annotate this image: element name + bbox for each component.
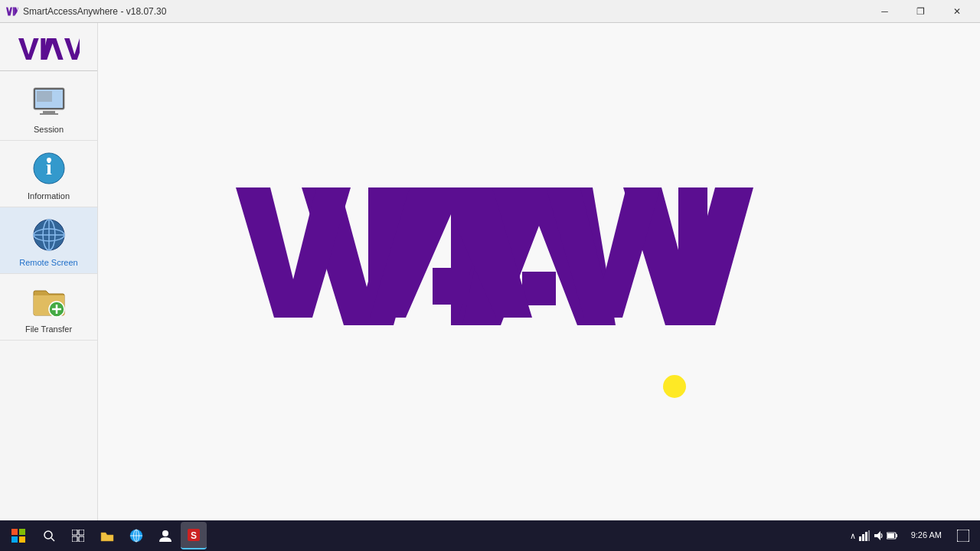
title-bar-text: SmartAccessAnywhere - v18.07.30 [23,6,166,17]
svg-text:S: S [191,530,197,541]
svg-marker-3 [18,38,39,60]
main-window: Session i Information [0,23,980,520]
svg-rect-63 [896,534,897,537]
information-icon: i [31,150,67,187]
systray-chevron[interactable]: ∧ [850,531,856,541]
cursor-dot [663,375,686,398]
svg-rect-42 [11,536,18,543]
start-button[interactable] [3,520,34,551]
windows-icon [11,529,25,543]
svg-rect-1 [13,7,15,15]
close-button[interactable]: ✕ [939,0,974,23]
svg-rect-59 [865,532,867,541]
taskbar-person-button[interactable] [152,522,179,549]
title-bar: SmartAccessAnywhere - v18.07.30 ─ ❐ ✕ [0,0,980,23]
network-icon [859,530,870,541]
svg-marker-61 [874,531,880,540]
session-icon [31,83,67,120]
svg-rect-36 [433,268,469,305]
sidebar-file-transfer-label: File Transfer [25,324,72,334]
remote-screen-icon [31,217,67,253]
person-icon [158,529,172,543]
svg-rect-10 [37,91,52,102]
svg-marker-6 [64,38,80,60]
task-view-icon [72,530,84,542]
svg-rect-57 [859,536,861,541]
svg-marker-32 [236,187,351,318]
taskbar-time-display: 9:26 AM [911,530,942,541]
taskbar-notifications-button[interactable] [949,522,977,549]
systray: ∧ [844,530,903,541]
sidebar-logo-area [0,31,97,67]
sidebar: Session i Information [0,23,98,520]
taskbar: S ∧ 9:26 AM [0,520,980,551]
browser-icon [129,529,143,543]
svg-rect-39 [678,187,707,217]
sidebar-remote-screen-label: Remote Screen [19,258,77,267]
task-view-button[interactable] [64,522,92,549]
svg-rect-41 [19,529,25,535]
svg-rect-60 [868,530,870,541]
sidebar-session-label: Session [34,125,64,134]
taskbar-explorer-button[interactable] [93,522,121,549]
minimize-button[interactable]: ─ [867,0,902,23]
smartaccess-taskbar-icon: S [187,528,201,542]
svg-rect-64 [887,533,894,538]
svg-rect-43 [19,536,25,543]
svg-rect-34 [368,187,397,217]
sidebar-top-divider [0,70,97,71]
svg-rect-58 [862,534,864,541]
svg-rect-12 [40,113,58,115]
svg-point-44 [44,531,52,539]
taskbar-smartaccess-app[interactable]: S [181,522,207,549]
svg-rect-48 [72,536,77,542]
svg-rect-47 [79,530,84,535]
battery-icon [887,530,897,541]
svg-rect-40 [11,529,18,535]
svg-line-45 [51,538,54,541]
svg-point-15 [47,158,51,162]
sidebar-information-label: Information [28,191,70,201]
file-transfer-icon [31,283,67,320]
explorer-icon [100,529,114,543]
svg-rect-11 [43,111,55,113]
notifications-icon [957,530,969,542]
svg-marker-2 [15,7,18,15]
viavi-logo [18,38,80,60]
taskbar-search-button[interactable] [35,522,63,549]
search-icon [43,530,55,542]
svg-rect-65 [957,530,969,542]
svg-point-54 [162,530,168,536]
volume-icon [873,530,884,541]
sidebar-item-information[interactable]: i Information [0,141,97,207]
svg-rect-46 [72,530,77,535]
viavi-hero-logo [232,184,730,321]
viavi-small-icon [6,5,18,18]
sidebar-item-remote-screen[interactable]: Remote Screen [0,207,97,274]
sidebar-item-file-transfer[interactable]: File Transfer [0,274,97,341]
svg-rect-49 [79,536,84,542]
maximize-button[interactable]: ❐ [903,0,938,23]
sidebar-item-session[interactable]: Session [0,74,97,141]
svg-marker-0 [6,7,12,15]
content-area [98,23,980,520]
taskbar-browser-button[interactable] [122,522,150,549]
svg-marker-37 [546,187,661,318]
taskbar-clock[interactable]: 9:26 AM [905,530,948,541]
